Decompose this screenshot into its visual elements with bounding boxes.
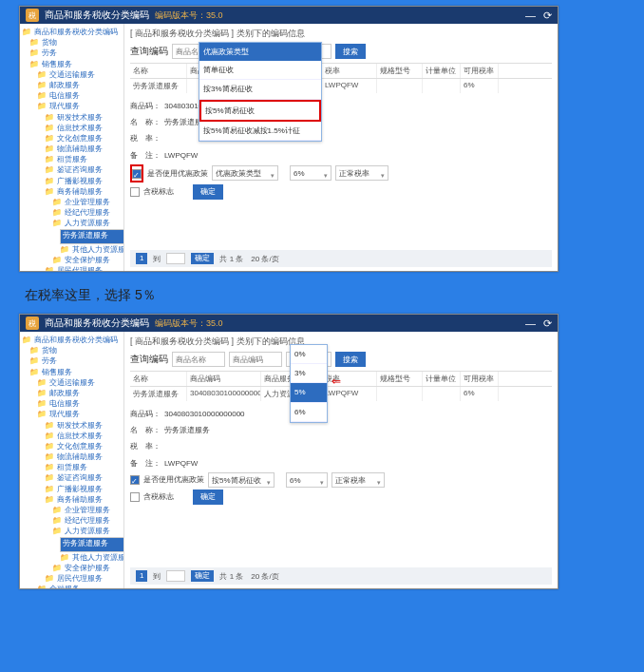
tree-node-selected[interactable]: 劳务派遣服务	[60, 229, 124, 244]
tree-node[interactable]: 电信服务	[49, 90, 80, 101]
tree-root[interactable]: 商品和服务税收分类编码	[34, 27, 118, 37]
tree-node[interactable]: 租赁服务	[57, 154, 87, 164]
th-avail: 可用税率	[461, 372, 499, 386]
titlebar[interactable]: 税 商品和服务税收分类编码 编码版本号：35.0 — ⟳	[20, 315, 558, 332]
tree-node[interactable]: 交通运输服务	[49, 69, 95, 80]
name-label: 名 称：	[130, 115, 161, 129]
window-refresh-button[interactable]: ⟳	[543, 317, 552, 330]
tree-node[interactable]: 文化创意服务	[57, 441, 103, 451]
search-button[interactable]: 搜索	[335, 352, 366, 367]
tree-node[interactable]: 研发技术服务	[57, 112, 103, 123]
tree-node[interactable]: 劳务	[42, 48, 57, 58]
tree-node[interactable]: 租赁服务	[57, 462, 87, 472]
page-input[interactable]	[166, 570, 185, 582]
use-preferential-checkbox[interactable]	[132, 169, 142, 179]
page-current[interactable]: 1	[136, 570, 147, 582]
tree-root[interactable]: 商品和服务税收分类编码	[34, 335, 118, 345]
policy-type-value: 按5%简易征收	[212, 476, 261, 485]
titlebar[interactable]: 税 商品和服务税收分类编码 编码版本号：35.0 — ⟳	[20, 7, 558, 24]
tree-node[interactable]: 人力资源服务	[65, 526, 110, 536]
tree-node[interactable]: 信息技术服务	[57, 431, 103, 441]
page-go-button[interactable]: 确定	[191, 570, 214, 582]
tree-node[interactable]: 经纪代理服务	[65, 207, 110, 218]
category-tree[interactable]: 商品和服务税收分类编码 货物 劳务 销售服务 交通运输服务 邮政服务 电信服务 …	[20, 332, 124, 588]
table-row[interactable]: 劳务派遣服务 人力资源服务 LWPQFW 6%	[130, 79, 552, 93]
tree-node[interactable]: 货物	[42, 37, 57, 48]
window-min-button[interactable]: —	[525, 317, 536, 330]
policy-type-select[interactable]: 优惠政策类型 ▾	[212, 165, 278, 181]
rate-label: 税 率：	[130, 131, 161, 145]
search-code-input[interactable]	[229, 352, 282, 367]
tree-node[interactable]: 商务辅助服务	[57, 186, 103, 197]
th-code: 商品编码	[187, 372, 261, 386]
policy-type-select[interactable]: 按5%简易征收 ▾	[208, 472, 275, 488]
tree-node[interactable]: 人力资源服务	[65, 218, 110, 228]
search-name-input[interactable]	[172, 352, 225, 367]
tree-node[interactable]: 企业管理服务	[65, 197, 110, 207]
page-current[interactable]: 1	[136, 253, 147, 264]
tree-node[interactable]: 广播影视服务	[57, 484, 103, 494]
category-tree[interactable]: 商品和服务税收分类编码 货物 劳务 销售服务 交通运输服务 邮政服务 电信服务 …	[20, 24, 124, 271]
use-preferential-checkbox[interactable]	[130, 475, 140, 485]
confirm-button[interactable]: 确定	[193, 184, 223, 200]
confirm-button[interactable]: 确定	[193, 490, 223, 505]
tree-node[interactable]: 鉴证咨询服务	[57, 164, 103, 175]
normal-rate-select[interactable]: 正常税率 ▾	[331, 472, 385, 488]
tree-node[interactable]: 现代服务	[49, 101, 80, 111]
tree-node[interactable]: 物流辅助服务	[57, 144, 103, 154]
tree-node[interactable]: 交通运输服务	[49, 377, 95, 388]
tree-node[interactable]: 安全保护服务	[65, 255, 110, 265]
folder-icon	[45, 144, 55, 154]
table-row[interactable]: 劳务派遣服务 3040803010000000000 人力资源服务 LWPQFW…	[130, 387, 552, 401]
tree-node[interactable]: 邮政服务	[49, 388, 80, 398]
tree-node[interactable]: 销售服务	[42, 367, 72, 377]
tree-node[interactable]: 电信服务	[49, 398, 80, 409]
tree-node[interactable]: 企业管理服务	[65, 505, 110, 515]
tree-node[interactable]: 其他人力资源服务	[72, 552, 124, 563]
tree-node[interactable]: 其他人力资源服务	[72, 244, 124, 255]
folder-icon	[37, 584, 47, 588]
tree-node[interactable]: 研发技术服务	[57, 420, 103, 431]
folder-icon	[52, 218, 63, 228]
tree-node[interactable]: 广播影视服务	[57, 176, 103, 186]
tree-node[interactable]: 经纪代理服务	[65, 515, 110, 526]
dropdown-option[interactable]: 简单征收	[199, 61, 321, 80]
tree-node[interactable]: 销售服务	[42, 59, 72, 69]
normal-rate-select[interactable]: 正常税率 ▾	[335, 165, 388, 181]
tree-node[interactable]: 金融服务	[49, 584, 80, 588]
policy-type-dropdown[interactable]: 优惠政策类型 简单征收 按3%简易征收 按5%简易征收 按5%简易征收减按1.5…	[199, 42, 322, 142]
window-min-button[interactable]: —	[525, 10, 536, 22]
dropdown-option[interactable]: 按3%简易征收	[199, 80, 321, 99]
tree-node[interactable]: 文化创意服务	[57, 133, 103, 144]
folder-icon	[45, 494, 55, 505]
tree-node[interactable]: 货物	[42, 345, 57, 355]
tree-node[interactable]: 劳务	[42, 355, 57, 366]
tax-rate-select[interactable]: 6% ▾	[290, 165, 331, 181]
tree-node[interactable]: 邮政服务	[49, 80, 80, 90]
folder-icon	[37, 398, 47, 409]
dropdown-option[interactable]: 按5%简易征收减按1.5%计征	[199, 122, 321, 141]
page-go-button[interactable]: 确定	[191, 253, 214, 264]
tree-node[interactable]: 商务辅助服务	[57, 494, 103, 505]
dropdown-option-highlighted[interactable]: 按5%简易征收	[199, 100, 321, 122]
edit-form: 商品码： 304803010 名 称： 劳务派遣服务 税 率： 备 注： LWP…	[130, 99, 552, 202]
dropdown-option[interactable]: 3%	[291, 364, 327, 383]
tree-node-selected[interactable]: 劳务派遣服务	[60, 537, 124, 552]
tree-node[interactable]: 信息技术服务	[57, 123, 103, 133]
tax-rate-dropdown[interactable]: 0% 3% 5% 6%	[290, 344, 328, 423]
dropdown-option-selected[interactable]: 5%	[291, 383, 327, 402]
tree-node[interactable]: 居民代理服务	[57, 573, 103, 584]
tree-node[interactable]: 鉴证咨询服务	[57, 472, 103, 483]
tree-node[interactable]: 现代服务	[49, 409, 80, 419]
tree-node[interactable]: 物流辅助服务	[57, 451, 103, 462]
dropdown-option[interactable]: 6%	[291, 403, 327, 422]
tree-node[interactable]: 居民代理服务	[57, 265, 103, 271]
tax-rate-select[interactable]: 6% ▾	[286, 472, 328, 488]
tree-node[interactable]: 安全保护服务	[65, 563, 110, 573]
dropdown-option[interactable]: 0%	[291, 345, 327, 364]
tax-flag-checkbox[interactable]	[130, 187, 140, 197]
window-refresh-button[interactable]: ⟳	[543, 10, 552, 22]
page-input[interactable]	[166, 253, 185, 264]
tax-flag-checkbox[interactable]	[130, 492, 140, 502]
search-button[interactable]: 搜索	[335, 44, 366, 59]
